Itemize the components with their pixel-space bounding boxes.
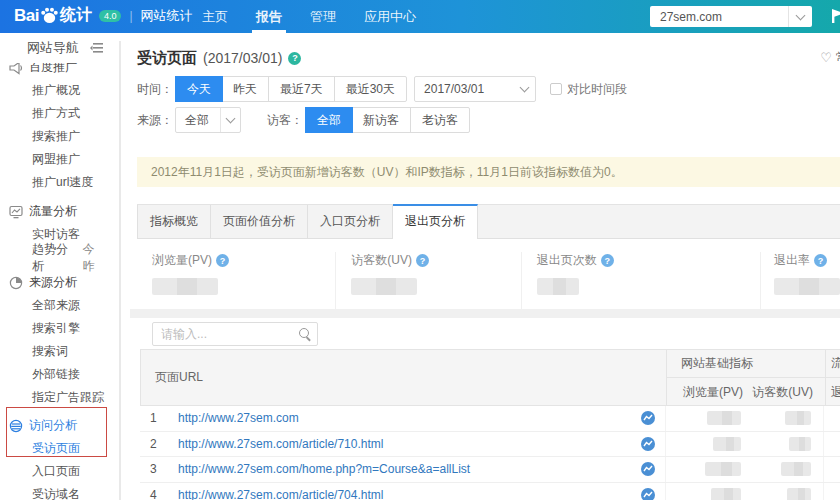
site-selector-dropdown[interactable] bbox=[788, 6, 812, 27]
col-pv[interactable]: 浏览量(PV) bbox=[667, 378, 747, 406]
col-exit-cut[interactable]: 退出 bbox=[825, 378, 840, 406]
sidebar: 网站导航 百度推广 推广概况 推广方式 搜索推广 网盟推广 推广url速度 bbox=[0, 33, 130, 500]
page-url-link[interactable]: http://www.27sem.com/home.php?m=Course&a… bbox=[178, 462, 470, 476]
help-icon[interactable]: ? bbox=[601, 254, 614, 267]
chevron-down-icon bbox=[519, 83, 529, 93]
tab-yemian-jiazhi-fenxi[interactable]: 页面价值分析 bbox=[211, 205, 308, 238]
sidebar-item-liuliang-fenxi[interactable]: 流量分析 bbox=[0, 200, 118, 223]
search-icon[interactable] bbox=[298, 327, 311, 340]
sidebar-item-suffix[interactable]: 今 昨 bbox=[82, 241, 118, 275]
cell-exit-cut bbox=[823, 483, 840, 500]
date-value: 2017/03/01 bbox=[415, 82, 513, 96]
sidebar-item-sousuo-ci[interactable]: 搜索词 bbox=[0, 340, 118, 363]
date-picker[interactable]: 2017/03/01 bbox=[414, 76, 536, 102]
help-icon[interactable]: ? bbox=[216, 254, 229, 267]
time-option-today[interactable]: 今天 bbox=[175, 76, 223, 102]
tab-tuichuye-fenxi[interactable]: 退出页分析 bbox=[393, 204, 478, 239]
sidebar-item-waibu-lianjie[interactable]: 外部链接 bbox=[0, 363, 118, 386]
visitor-option-new[interactable]: 新访客 bbox=[352, 108, 411, 132]
favorite-control[interactable]: 常 bbox=[820, 49, 840, 66]
version-badge: 4.0 bbox=[99, 10, 122, 22]
tab-rukouye-fenxi[interactable]: 入口页分析 bbox=[308, 205, 393, 238]
product-name: 网站统计 bbox=[141, 7, 193, 25]
sidebar-item-wangmeng-tuiguang[interactable]: 网盟推广 bbox=[0, 148, 118, 171]
sidebar-item-shoufang-yemian[interactable]: 受访页面 bbox=[0, 437, 118, 460]
tab-zhibiao-gailan[interactable]: 指标概览 bbox=[137, 205, 211, 238]
time-option-last30days[interactable]: 最近30天 bbox=[335, 77, 406, 101]
col-uv[interactable]: 访客数(UV) bbox=[747, 378, 825, 406]
help-icon[interactable]: ? bbox=[288, 52, 301, 65]
sidebar-item-label: 推广url速度 bbox=[32, 174, 93, 191]
visitor-option-all[interactable]: 全部 bbox=[305, 107, 353, 133]
collapse-sidebar-icon[interactable] bbox=[90, 42, 104, 54]
site-selector[interactable]: 27sem.com bbox=[650, 6, 812, 27]
table-header: 页面URL 网站基础指标 流量 浏览量(PV) 访客数(UV) 退出 bbox=[140, 349, 840, 405]
chevron-down-icon bbox=[796, 10, 806, 20]
sidebar-item-label: 推广概况 bbox=[32, 82, 80, 99]
visitor-option-returning[interactable]: 老访客 bbox=[411, 108, 469, 132]
sidebar-title: 网站导航 bbox=[27, 39, 79, 57]
sidebar-item-label: 流量分析 bbox=[29, 203, 77, 220]
table-body: 1 http://www.27sem.com 2 http://www.27se… bbox=[140, 405, 840, 500]
nav-app-center[interactable]: 应用中心 bbox=[350, 0, 430, 33]
sidebar-item-label: 访问分析 bbox=[29, 417, 77, 434]
metric-exit-rate-value-redacted bbox=[774, 278, 840, 295]
metric-uv-value-redacted bbox=[351, 278, 417, 295]
trend-icon[interactable] bbox=[641, 437, 655, 451]
time-option-last7days[interactable]: 最近7天 bbox=[269, 77, 335, 101]
nav-home[interactable]: 主页 bbox=[188, 0, 242, 33]
analysis-tabs: 指标概览 页面价值分析 入口页分析 退出页分析 bbox=[137, 204, 840, 239]
sidebar-item-fangwen-fenxi[interactable]: 访问分析 bbox=[0, 414, 118, 437]
source-select-dropdown[interactable] bbox=[220, 108, 240, 132]
nav-report[interactable]: 报告 bbox=[242, 0, 296, 33]
sidebar-item-tuiguang-gaikuang[interactable]: 推广概况 bbox=[0, 79, 118, 102]
sidebar-item-tuiguang-fangshi[interactable]: 推广方式 bbox=[0, 102, 118, 125]
source-label: 来源： bbox=[137, 112, 173, 129]
compare-period-control[interactable]: 对比时间段 bbox=[550, 81, 627, 98]
search-input[interactable] bbox=[152, 322, 318, 346]
logo-cn: 统计 bbox=[60, 5, 92, 26]
sidebar-item-label: 入口页面 bbox=[32, 463, 80, 480]
time-range-segmented: 今天 昨天 最近7天 最近30天 bbox=[175, 76, 407, 102]
trend-icon[interactable] bbox=[641, 462, 655, 476]
sidebar-item-label: 受访页面 bbox=[32, 440, 80, 457]
metric-uv-label: 访客数(UV) bbox=[351, 252, 412, 269]
col-page-url[interactable]: 页面URL bbox=[141, 350, 666, 405]
compare-period-checkbox[interactable] bbox=[550, 83, 562, 95]
sidebar-item-rukou-yemian[interactable]: 入口页面 bbox=[0, 460, 118, 483]
sidebar-item-shoufang-yuming[interactable]: 受访域名 bbox=[0, 483, 118, 500]
sidebar-scrollbar[interactable] bbox=[119, 41, 121, 500]
col-group-flow-cut: 流量 bbox=[825, 350, 840, 377]
heart-icon[interactable] bbox=[820, 50, 832, 65]
topbar: Bai 统计 4.0 | 网站统计 主页 报告 管理 应用中心 27sem.co… bbox=[0, 0, 840, 33]
time-option-yesterday[interactable]: 昨天 bbox=[222, 77, 269, 101]
table-search-row bbox=[137, 318, 840, 349]
page-header: 受访页面 (2017/03/01) ? 常 bbox=[137, 45, 840, 71]
baidu-paw-icon bbox=[40, 6, 59, 25]
help-icon[interactable]: ? bbox=[416, 254, 429, 267]
trend-icon[interactable] bbox=[641, 411, 655, 425]
nav-manage[interactable]: 管理 bbox=[296, 0, 350, 33]
row-number: 3 bbox=[140, 462, 178, 476]
logo-latin: Bai bbox=[14, 6, 39, 26]
page-url-link[interactable]: http://www.27sem.com bbox=[178, 411, 299, 425]
cell-pv bbox=[665, 432, 745, 457]
sidebar-item-quanbu-laiyuan[interactable]: 全部来源 bbox=[0, 294, 118, 317]
source-select[interactable]: 全部 bbox=[175, 107, 241, 133]
help-icon[interactable]: ? bbox=[814, 254, 827, 267]
row-number: 1 bbox=[140, 411, 178, 425]
sidebar-item-sousuo-tuiguang[interactable]: 搜索推广 bbox=[0, 125, 118, 148]
date-dropdown[interactable] bbox=[513, 87, 535, 91]
sidebar-item-qushi-fenxi[interactable]: 趋势分析 今 昨 bbox=[0, 246, 118, 269]
baidu-tongji-logo[interactable]: Bai 统计 4.0 | 网站统计 bbox=[14, 5, 193, 26]
page-url-link[interactable]: http://www.27sem.com/article/710.html bbox=[178, 437, 383, 451]
sidebar-item-zhiding-guanggao-genzong[interactable]: 指定广告跟踪 bbox=[0, 386, 118, 409]
metrics-summary: 浏览量(PV)? 访客数(UV)? 退出页次数? 退出率? bbox=[137, 239, 840, 309]
trend-icon[interactable] bbox=[641, 488, 655, 500]
visitor-label: 访客： bbox=[267, 112, 303, 129]
sidebar-item-sousuo-yinqing[interactable]: 搜索引擎 bbox=[0, 317, 118, 340]
page-url-link[interactable]: http://www.27sem.com/article/704.html bbox=[178, 488, 383, 500]
sidebar-item-tuiguang-url-sudu[interactable]: 推广url速度 bbox=[0, 171, 118, 194]
sidebar-item-label: 搜索推广 bbox=[32, 128, 80, 145]
main-content: 受访页面 (2017/03/01) ? 常 时间： 今天 昨天 最近7天 最近3… bbox=[130, 33, 840, 500]
